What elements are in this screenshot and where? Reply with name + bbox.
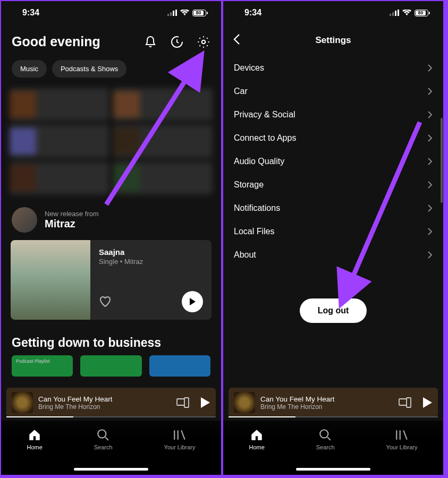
now-playing-bar[interactable]: Can You Feel My Heart Bring Me The Horiz…	[229, 388, 438, 417]
chevron-right-icon	[427, 204, 433, 212]
svg-rect-10	[392, 12, 394, 16]
settings-audio-quality[interactable]: Audio Quality	[223, 150, 443, 173]
home-icon	[250, 428, 264, 442]
library-icon	[395, 428, 409, 442]
svg-point-15	[320, 430, 328, 438]
carousel-card[interactable]	[149, 355, 210, 377]
carousel-card[interactable]	[80, 355, 141, 377]
nav-library[interactable]: Your Library	[164, 428, 196, 450]
logout-button[interactable]: Log out	[300, 298, 367, 323]
notifications-icon[interactable]	[143, 35, 157, 49]
artist-avatar	[12, 207, 37, 233]
settings-car[interactable]: Car	[223, 80, 443, 103]
status-time: 9:34	[22, 8, 39, 18]
settings-header: Settings	[223, 24, 443, 56]
home-screen: 9:34 80 Good evening Music Podcasts & Sh…	[0, 0, 222, 476]
cellular-icon	[390, 10, 399, 16]
wifi-icon	[402, 10, 411, 16]
home-indicator	[296, 468, 370, 471]
status-icons: 80	[167, 10, 206, 16]
back-button[interactable]	[233, 33, 240, 47]
nav-search[interactable]: Search	[316, 428, 335, 450]
carousel-card[interactable]: Podcast Playlist	[12, 355, 73, 377]
now-playing-artist: Bring Me The Horizon	[38, 403, 176, 411]
now-playing-title: Can You Feel My Heart	[260, 395, 399, 403]
settings-screen: 9:34 80 Settings Devices Car Privacy & S…	[222, 0, 444, 476]
playback-progress[interactable]	[229, 416, 295, 418]
svg-rect-12	[398, 10, 399, 16]
play-icon[interactable]	[200, 397, 210, 408]
chevron-right-icon	[427, 134, 433, 142]
now-playing-art	[234, 392, 255, 413]
svg-rect-0	[167, 14, 169, 16]
recently-played-icon[interactable]	[170, 35, 184, 49]
status-bar: 9:34 80	[1, 1, 221, 24]
chip-podcasts[interactable]: Podcasts & Shows	[52, 60, 126, 78]
status-time: 9:34	[244, 8, 261, 18]
play-button[interactable]	[182, 291, 203, 312]
chevron-right-icon	[427, 110, 433, 119]
settings-notifications[interactable]: Notifications	[223, 197, 443, 220]
svg-rect-7	[184, 398, 189, 407]
settings-gear-icon[interactable]	[197, 35, 210, 49]
cellular-icon	[167, 10, 177, 16]
svg-rect-11	[395, 11, 396, 16]
bottom-nav: Home Search Your Library	[223, 421, 443, 475]
settings-privacy[interactable]: Privacy & Social	[223, 103, 443, 126]
svg-point-8	[98, 430, 106, 438]
home-indicator	[74, 468, 148, 471]
release-track-title: Saajna	[99, 247, 203, 257]
scrollbar-thumb[interactable]	[441, 118, 443, 203]
status-bar: 9:34 80	[223, 1, 443, 24]
settings-connect-apps[interactable]: Connect to Apps	[223, 126, 443, 150]
svg-rect-3	[175, 10, 177, 16]
filter-chips: Music Podcasts & Shows	[1, 55, 221, 83]
svg-point-5	[202, 40, 206, 44]
settings-title: Settings	[315, 35, 351, 46]
nav-search[interactable]: Search	[94, 428, 113, 450]
chevron-right-icon	[427, 157, 433, 166]
release-artist: Mitraz	[45, 218, 99, 230]
settings-local-files[interactable]: Local Files	[223, 220, 443, 243]
settings-about[interactable]: About	[223, 243, 443, 267]
search-icon	[318, 428, 332, 442]
now-playing-bar[interactable]: Can You Feel My Heart Bring Me The Horiz…	[6, 388, 216, 417]
svg-rect-2	[173, 11, 174, 16]
battery-icon: 80	[192, 10, 206, 16]
library-icon	[173, 428, 187, 442]
new-release-header[interactable]: New release from Mitraz	[1, 200, 221, 237]
greeting-text: Good evening	[12, 34, 100, 49]
heart-icon[interactable]	[99, 295, 112, 308]
chip-music[interactable]: Music	[12, 60, 47, 78]
status-icons: 80	[390, 10, 428, 16]
settings-devices[interactable]: Devices	[223, 56, 443, 80]
release-track-meta: Single • Mitraz	[99, 258, 203, 266]
release-subtitle: New release from	[45, 210, 99, 218]
settings-list: Devices Car Privacy & Social Connect to …	[223, 56, 443, 267]
now-playing-art	[12, 392, 33, 413]
carousel[interactable]: Podcast Playlist	[1, 355, 221, 377]
section-title: Getting down to business	[1, 323, 221, 355]
devices-icon[interactable]	[399, 397, 411, 408]
chevron-right-icon	[427, 181, 433, 189]
nav-home[interactable]: Home	[27, 428, 42, 450]
release-artwork	[11, 240, 90, 320]
svg-rect-1	[170, 12, 172, 16]
battery-icon: 80	[415, 10, 428, 16]
chevron-right-icon	[427, 251, 433, 259]
chevron-right-icon	[427, 227, 433, 236]
chevron-right-icon	[427, 87, 433, 96]
settings-storage[interactable]: Storage	[223, 173, 443, 197]
play-icon[interactable]	[422, 397, 433, 408]
now-playing-title: Can You Feel My Heart	[38, 395, 176, 403]
bottom-nav: Home Search Your Library	[1, 421, 221, 475]
nav-library[interactable]: Your Library	[386, 428, 418, 450]
nav-home[interactable]: Home	[249, 428, 264, 450]
wifi-icon	[180, 10, 189, 16]
home-icon	[28, 428, 41, 442]
release-card[interactable]: Saajna Single • Mitraz	[11, 240, 212, 320]
devices-icon[interactable]	[176, 397, 189, 408]
now-playing-artist: Bring Me The Horizon	[260, 403, 399, 411]
playback-progress[interactable]	[6, 416, 73, 418]
recent-grid-blurred	[10, 88, 213, 194]
